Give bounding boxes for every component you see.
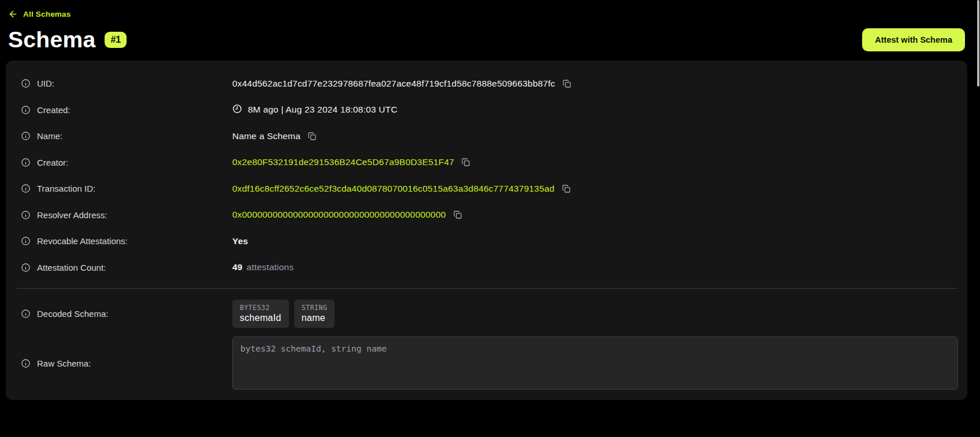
revocable-value: Yes [232, 236, 248, 246]
field-type: BYTES32 [240, 304, 281, 312]
info-icon[interactable] [21, 309, 31, 319]
row-transaction-id: Transaction ID: 0xdf16c8cff2652c6ce52f3c… [15, 175, 958, 202]
field-type: STRING [302, 304, 328, 312]
copy-icon[interactable] [562, 79, 571, 88]
info-icon[interactable] [21, 263, 31, 272]
row-label-text: Transaction ID: [37, 184, 95, 193]
row-label-text: Revocable Attestations: [37, 236, 128, 246]
uid-value: 0x44d562ac1d7cd77e232978687fea027ace48f7… [232, 79, 555, 89]
clock-icon [232, 104, 242, 116]
resolver-address-link[interactable]: 0x00000000000000000000000000000000000000… [232, 210, 446, 220]
schema-field-chip: STRING name [294, 300, 335, 328]
row-raw-schema: Raw Schema: bytes32 schemaId, string nam… [15, 337, 958, 390]
divider [16, 288, 957, 289]
back-link-label: All Schemas [23, 10, 71, 18]
page-title: Schema [8, 27, 95, 53]
decoded-schema-fields: BYTES32 schemaId STRING name [232, 300, 335, 328]
row-label-text: Decoded Schema: [37, 309, 108, 319]
row-uid: UID: 0x44d562ac1d7cd77e232978687fea027ac… [15, 70, 958, 97]
copy-icon[interactable] [453, 210, 462, 219]
info-icon[interactable] [21, 105, 31, 115]
row-resolver-address: Resolver Address: 0x00000000000000000000… [15, 202, 958, 229]
row-created: Created: 8M ago | Aug 23 2024 18:08:03 U… [15, 97, 958, 124]
row-label-text: Created: [37, 105, 70, 115]
row-label-text: Creator: [37, 158, 68, 167]
row-decoded-schema: Decoded Schema: BYTES32 schemaId STRING … [15, 296, 958, 331]
transaction-id-link[interactable]: 0xdf16c8cff2652c6ce52f3cda40d0878070016c… [232, 184, 555, 194]
row-label-text: Raw Schema: [37, 358, 91, 368]
vertical-scrollbar[interactable] [977, 0, 979, 87]
copy-icon[interactable] [307, 132, 317, 141]
raw-schema-textarea[interactable]: bytes32 schemaId, string name [232, 337, 958, 390]
attest-with-schema-button[interactable]: Attest with Schema [862, 28, 965, 51]
row-label-text: Resolver Address: [37, 210, 107, 220]
info-icon[interactable] [21, 158, 31, 167]
info-icon[interactable] [21, 79, 31, 88]
arrow-left-icon [8, 9, 18, 19]
row-creator: Creator: 0x2e80F532191de291536B24Ce5D67a… [15, 150, 958, 176]
name-value: Name a Schema [232, 131, 300, 141]
info-icon[interactable] [21, 358, 31, 368]
info-icon[interactable] [21, 184, 31, 193]
row-name: Name: Name a Schema [15, 123, 958, 150]
schema-field-chip: BYTES32 schemaId [232, 300, 289, 328]
copy-icon[interactable] [562, 184, 571, 193]
info-icon[interactable] [21, 131, 31, 141]
row-label-text: Name: [37, 131, 62, 141]
row-attestation-count: Attestation Count: 49 attestations [15, 255, 958, 281]
schema-details-card: UID: 0x44d562ac1d7cd77e232978687fea027ac… [6, 61, 967, 400]
attestation-count-value: 49 [232, 262, 243, 272]
info-icon[interactable] [21, 236, 31, 246]
copy-icon[interactable] [461, 158, 470, 167]
back-to-all-schemas-link[interactable]: All Schemas [8, 9, 71, 19]
creator-address-link[interactable]: 0x2e80F532191de291536B24Ce5D67a9B0D3E51F… [232, 157, 454, 167]
page-header: All Schemas Schema #1 Attest with Schema [0, 0, 980, 61]
field-name: name [302, 313, 328, 323]
attestations-link[interactable]: attestations [247, 262, 294, 272]
info-icon[interactable] [21, 210, 31, 220]
field-name: schemaId [240, 313, 281, 323]
row-label-text: UID: [37, 79, 54, 88]
created-value: 8M ago | Aug 23 2024 18:08:03 UTC [248, 104, 398, 115]
row-revocable-attestations: Revocable Attestations: Yes [15, 228, 958, 255]
schema-number-badge: #1 [105, 32, 127, 48]
row-label-text: Attestation Count: [37, 263, 106, 272]
